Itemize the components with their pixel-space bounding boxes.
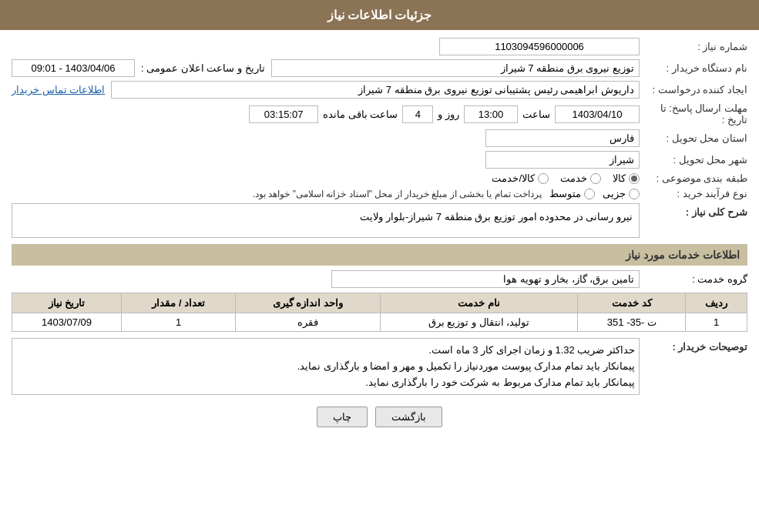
deadline-days-input: 4	[402, 105, 433, 123]
need-number-label: شماره نیاز :	[640, 41, 747, 52]
province-input: فارس	[485, 129, 640, 147]
need-number-input: 1103094596000006	[439, 38, 640, 55]
narration-label: شرح کلی نیاز :	[640, 203, 747, 218]
announce-input: 1403/04/06 - 09:01	[12, 59, 135, 77]
announce-label: تاریخ و ساعت اعلان عمومی :	[141, 62, 265, 74]
service-group-row: گروه خدمت : تامین برق، گاز، بخار و تهویه…	[12, 270, 747, 288]
category-kala-khedmat-radio[interactable]	[538, 173, 549, 184]
col-service-name: نام خدمت	[380, 293, 578, 313]
category-kala-khedmat-option[interactable]: کالا/خدمت	[492, 172, 549, 184]
service-group-label: گروه خدمت :	[640, 273, 747, 285]
contact-link[interactable]: اطلاعات تماس خریدار	[12, 84, 105, 95]
service-group-value: تامین برق، گاز، بخار و تهویه هوا	[331, 270, 640, 288]
category-kala-khedmat-label: کالا/خدمت	[492, 172, 535, 184]
need-number-row: شماره نیاز : 1103094596000006	[12, 38, 747, 55]
process-jozi-label: جزیی	[603, 188, 626, 199]
province-label: استان محل تحویل :	[640, 132, 747, 144]
city-label: شهر محل تحویل :	[640, 154, 747, 166]
process-row: نوع فرآیند خرید : جزیی متوسط پرداخت تمام…	[12, 188, 747, 199]
creator-input: داریوش ابراهیمی رئیس پشتیبانی توزیع نیرو…	[111, 81, 640, 99]
province-value: فارس	[12, 129, 640, 147]
buyer-org-value: توزیع نیروی برق منطقه 7 شیراز تاریخ و سا…	[12, 59, 640, 77]
creator-value: داریوش ابراهیمی رئیس پشتیبانی توزیع نیرو…	[12, 81, 640, 99]
print-button[interactable]: چاپ	[317, 407, 368, 427]
back-button[interactable]: بازگشت	[375, 407, 442, 427]
table-cell: ت -35- 351	[578, 313, 686, 332]
deadline-time-input: 13:00	[464, 105, 518, 123]
items-table: ردیف کد خدمت نام خدمت واحد اندازه گیری ت…	[12, 293, 747, 332]
category-khedmat-radio[interactable]	[590, 173, 601, 184]
buyer-org-row: نام دستگاه خریدار : توزیع نیروی برق منطق…	[12, 59, 747, 77]
page-title: جزئیات اطلاعات نیاز	[327, 8, 432, 22]
creator-row: ایجاد کننده درخواست : داریوش ابراهیمی رئ…	[12, 81, 747, 99]
process-label: نوع فرآیند خرید :	[640, 188, 747, 199]
category-khedmat-label: خدمت	[560, 172, 587, 184]
process-motavaset-radio[interactable]	[584, 189, 595, 199]
process-jozi-option[interactable]: جزیی	[603, 188, 640, 199]
category-kala-option[interactable]: کالا	[613, 172, 640, 184]
deadline-days-label: روز و	[438, 109, 459, 120]
buyer-desc-row: توصیحات خریدار : حداکثر ضریب 1.32 و زمان…	[12, 338, 747, 395]
need-number-value: 1103094596000006	[12, 38, 640, 55]
deadline-row: مهلت ارسال پاسخ: تا تاریخ : 1403/04/10 س…	[12, 102, 747, 125]
category-khedmat-option[interactable]: خدمت	[560, 172, 601, 184]
process-motavaset-option[interactable]: متوسط	[549, 188, 595, 199]
city-row: شهر محل تحویل : شیراز	[12, 151, 747, 169]
buyer-desc-value: حداکثر ضریب 1.32 و زمان اجرای کار 3 ماه …	[12, 338, 640, 395]
category-value: کالا خدمت کالا/خدمت	[12, 172, 640, 184]
deadline-remaining-input: 03:15:07	[249, 105, 318, 123]
category-radio-group: کالا خدمت کالا/خدمت	[12, 172, 640, 184]
table-cell: فقره	[236, 313, 380, 332]
buyer-desc-label: توصیحات خریدار :	[640, 338, 747, 353]
buyer-desc-box: حداکثر ضریب 1.32 و زمان اجرای کار 3 ماه …	[12, 338, 640, 395]
process-motavaset-label: متوسط	[549, 188, 581, 199]
category-kala-radio[interactable]	[629, 173, 640, 184]
button-row: بازگشت چاپ	[12, 407, 747, 427]
col-service-code: کد خدمت	[578, 293, 686, 313]
table-row: 1ت -35- 351تولید، انتقال و توزیع برقفقره…	[12, 313, 747, 332]
process-note: پرداخت تمام یا بخشی از مبلغ خریدار از مح…	[253, 189, 542, 199]
col-need-date: تاریخ نیاز	[12, 293, 122, 313]
creator-label: ایجاد کننده درخواست :	[640, 84, 747, 95]
deadline-label: مهلت ارسال پاسخ: تا تاریخ :	[640, 102, 747, 125]
category-kala-label: کالا	[613, 172, 626, 184]
category-label: طبقه بندی موضوعی :	[640, 172, 747, 184]
process-jozi-radio[interactable]	[629, 189, 640, 199]
table-cell: 1	[121, 313, 235, 332]
deadline-value: 1403/04/10 ساعت 13:00 روز و 4 ساعت باقی …	[12, 105, 640, 123]
table-cell: تولید، انتقال و توزیع برق	[380, 313, 578, 332]
city-value: شیراز	[12, 151, 640, 169]
table-header-row: ردیف کد خدمت نام خدمت واحد اندازه گیری ت…	[12, 293, 747, 313]
page-container: جزئیات اطلاعات نیاز شماره نیاز : 1103094…	[0, 0, 759, 532]
deadline-date-input: 1403/04/10	[555, 105, 640, 123]
narration-row: شرح کلی نیاز : نیرو رسانی در محدوده امور…	[12, 203, 747, 238]
deadline-time-label: ساعت	[522, 109, 550, 120]
table-cell: 1403/07/09	[12, 313, 122, 332]
service-group-input: تامین برق، گاز، بخار و تهویه هوا	[331, 270, 640, 288]
buyer-org-input: توزیع نیروی برق منطقه 7 شیراز	[271, 59, 640, 77]
main-content: شماره نیاز : 1103094596000006 نام دستگاه…	[0, 30, 759, 443]
col-quantity: تعداد / مقدار	[121, 293, 235, 313]
process-value: جزیی متوسط پرداخت تمام یا بخشی از مبلغ خ…	[12, 188, 640, 199]
category-row: طبقه بندی موضوعی : کالا خدمت کالا/خدمت	[12, 172, 747, 184]
city-input: شیراز	[485, 151, 640, 169]
col-row-num: ردیف	[686, 293, 747, 313]
buyer-org-label: نام دستگاه خریدار :	[640, 62, 747, 74]
narration-value: نیرو رسانی در محدوده امور توزیع برق منطق…	[12, 203, 640, 238]
province-row: استان محل تحویل : فارس	[12, 129, 747, 147]
deadline-remaining-label: ساعت باقی مانده	[323, 109, 398, 120]
narration-box: نیرو رسانی در محدوده امور توزیع برق منطق…	[12, 203, 640, 238]
col-unit: واحد اندازه گیری	[236, 293, 380, 313]
services-section-header: اطلاعات خدمات مورد نیاز	[12, 244, 747, 266]
table-cell: 1	[686, 313, 747, 332]
page-header: جزئیات اطلاعات نیاز	[0, 0, 759, 30]
